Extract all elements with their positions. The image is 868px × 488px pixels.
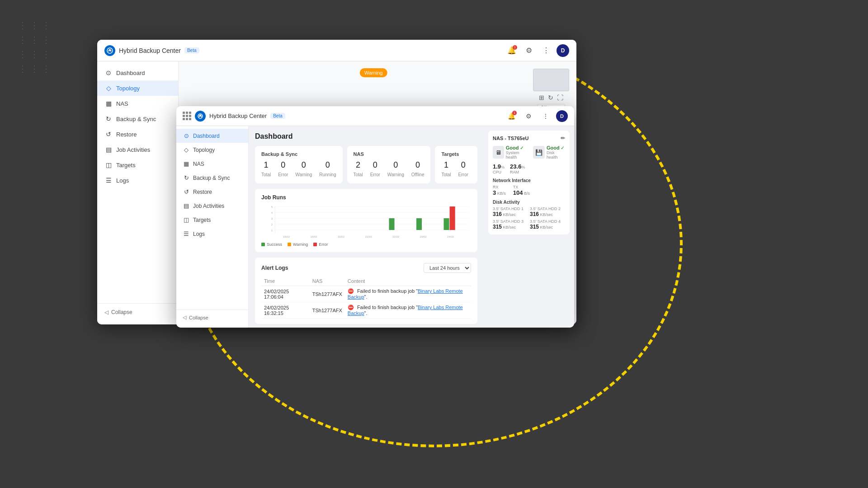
- system-health-sublabel: System health: [506, 150, 528, 160]
- outer-beta-badge: Beta: [184, 47, 199, 53]
- disk-health-check-icon: ✓: [561, 145, 564, 150]
- outer-more-button[interactable]: ⋮: [539, 44, 553, 57]
- error-dot-icon: ⛔: [348, 288, 354, 294]
- time-filter-select[interactable]: Last 24 hours Last 7 days Last 30 days: [424, 263, 471, 273]
- sidebar-item-nas[interactable]: ▦ NAS: [97, 96, 178, 111]
- error-dot-icon2: ⛔: [348, 305, 354, 310]
- inner-sidebar-item-logs[interactable]: ☰ Logs: [176, 227, 248, 241]
- backup-sync-running: 0 Running: [319, 160, 336, 178]
- legend-error: Error: [313, 242, 328, 247]
- sidebar-item-dashboard-label: Dashboard: [116, 70, 145, 76]
- sidebar-item-restore-label: Restore: [116, 131, 137, 138]
- logs-icon: ☰: [104, 177, 113, 184]
- sidebar-item-dashboard[interactable]: ⊙ Dashboard: [97, 65, 178, 80]
- sidebar-item-topology-label: Topology: [116, 85, 140, 92]
- sidebar-item-backup-sync[interactable]: ↻ Backup & Sync: [97, 111, 178, 127]
- topology-icon: ◇: [104, 84, 113, 92]
- backup-sync-warning-label: Warning: [295, 172, 312, 177]
- alert-logs-card: Alert Logs Last 24 hours Last 7 days Las…: [255, 258, 477, 324]
- outer-settings-button[interactable]: ⚙: [522, 44, 536, 57]
- nas-offline-value: 0: [411, 160, 425, 170]
- nas-error-label: Error: [370, 172, 380, 177]
- inner-sidebar-item-job-activities[interactable]: ▤ Job Activities: [176, 199, 248, 213]
- inner-grid-icon[interactable]: [183, 112, 191, 120]
- sidebar-item-restore[interactable]: ↺ Restore: [97, 127, 178, 142]
- table-row: 24/02/2025 17:06:04 TSh1277AFX ⛔ Failed …: [261, 286, 471, 302]
- sidebar-item-logs[interactable]: ☰ Logs: [97, 173, 178, 188]
- bar-chart: 5 4 3 2 1 18/02: [261, 204, 471, 240]
- targets-error-label: Error: [458, 172, 468, 177]
- cpu-metric: 1.9% CPU: [493, 163, 505, 174]
- svg-text:1: 1: [271, 229, 273, 232]
- backup-sync-stats-numbers: 1 Total 0 Error 0 Warning 0: [261, 160, 336, 178]
- outer-user-avatar[interactable]: D: [557, 44, 569, 57]
- inner-more-button[interactable]: ⋮: [539, 109, 552, 123]
- outer-notification-button[interactable]: 🔔 1: [505, 44, 519, 57]
- job-runs-card: Job Runs 5 4 3 2: [255, 189, 477, 252]
- svg-rect-25: [450, 206, 455, 230]
- alert-row2-nas: TSh1277AFX: [310, 302, 345, 319]
- sidebar-item-job-activities[interactable]: ▤ Job Activities: [97, 142, 178, 157]
- inner-backup-sync-icon: ↻: [183, 174, 190, 181]
- targets-stats-title: Targets: [441, 151, 471, 157]
- backup-sync-error: 0 Error: [278, 160, 288, 178]
- inner-sidebar-item-nas[interactable]: ▦ NAS: [176, 157, 248, 171]
- nas-stats-numbers: 2 Total 0 Error 0 Warning 0: [354, 160, 425, 178]
- zoom-fit-icon[interactable]: ⊞: [539, 94, 544, 101]
- inner-user-avatar[interactable]: D: [556, 110, 568, 122]
- disk-item-1: 3.5' SATA HDD 1 316 KB/sec: [493, 206, 528, 217]
- inner-sidebar-item-targets[interactable]: ◫ Targets: [176, 213, 248, 227]
- outer-sidebar-bottom: ◁ Collapse: [97, 303, 178, 321]
- inner-sidebar-item-dashboard[interactable]: ⊙ Dashboard: [176, 129, 248, 143]
- topology-icon-row: ⊞ ↻ ⛶: [539, 94, 563, 101]
- alert-col-content: Content: [345, 277, 471, 286]
- inner-collapse-button[interactable]: ◁ Collapse: [183, 314, 242, 320]
- bar-chart-svg: 5 4 3 2 1 18/02: [261, 204, 471, 240]
- svg-text:23/02: 23/02: [420, 235, 427, 238]
- inner-sidebar-item-backup-sync[interactable]: ↻ Backup & Sync: [176, 171, 248, 185]
- backup-sync-warning: 0 Warning: [295, 160, 312, 178]
- inner-settings-button[interactable]: ⚙: [522, 109, 535, 123]
- targets-total: 1 Total: [441, 160, 451, 178]
- svg-text:22/02: 22/02: [392, 235, 400, 238]
- legend-warning-dot: [288, 243, 291, 246]
- sidebar-item-topology[interactable]: ◇ Topology: [97, 80, 178, 96]
- disk-3-value: 315 KB/sec: [493, 224, 528, 230]
- inner-sidebar-targets-label: Targets: [193, 217, 211, 223]
- inner-sidebar-topology-label: Topology: [193, 147, 215, 153]
- nas-warning-label: Warning: [387, 172, 404, 177]
- svg-text:3: 3: [271, 217, 273, 220]
- inner-job-activities-icon: ▤: [183, 202, 190, 209]
- inner-sidebar-item-restore[interactable]: ↺ Restore: [176, 185, 248, 199]
- nas-error: 0 Error: [370, 160, 380, 178]
- sidebar-item-targets[interactable]: ◫ Targets: [97, 157, 178, 173]
- legend-error-dot: [313, 243, 317, 246]
- network-section-label: Network Interface: [493, 178, 565, 183]
- inner-body: ⊙ Dashboard ◇ Topology ▦ NAS ↻ Backup & …: [176, 126, 574, 328]
- refresh-icon[interactable]: ↻: [548, 94, 553, 101]
- alert-row1-content: ⛔ Failed to finish backup job "Binary La…: [345, 286, 471, 302]
- nas-stats-card: NAS 2 Total 0 Error 0 Warning: [347, 146, 431, 183]
- rx-label: RX: [493, 185, 506, 189]
- system-health-icon: 🖥: [493, 146, 504, 159]
- outer-sidebar: ⊙ Dashboard ◇ Topology ▦ NAS ↻ Backup & …: [97, 61, 179, 324]
- nas-info-card: NAS - TS765eU ✏ 🖥 Good ✓ System health: [488, 131, 570, 235]
- inner-notification-button[interactable]: 🔔 1: [505, 109, 518, 123]
- collapse-arrow-icon: ◁: [104, 309, 108, 315]
- alert-row2-content: ⛔ Failed to finish backup job "Binary La…: [345, 302, 471, 319]
- disk-1-value: 316 KB/sec: [493, 211, 528, 217]
- fullscreen-icon[interactable]: ⛶: [557, 94, 563, 101]
- alert-row1-link[interactable]: Binary Labs Remote Backup: [348, 288, 463, 300]
- inner-sidebar-item-topology[interactable]: ◇ Topology: [176, 143, 248, 157]
- disk-4-name: 3.5' SATA HDD 4: [530, 219, 565, 224]
- alert-row2-link[interactable]: Binary Labs Remote Backup: [348, 305, 463, 316]
- svg-text:19/02: 19/02: [310, 235, 317, 238]
- backup-sync-error-label: Error: [278, 172, 288, 177]
- inner-sidebar-job-activities-label: Job Activities: [193, 203, 224, 209]
- nas-edit-icon[interactable]: ✏: [561, 135, 565, 141]
- inner-app-title: Hybrid Backup Center: [209, 113, 267, 119]
- outer-collapse-button[interactable]: ◁ Collapse: [104, 309, 171, 315]
- inner-header: Hybrid Backup Center Beta 🔔 1 ⚙ ⋮ D: [176, 106, 574, 126]
- warning-badge: Warning: [360, 68, 387, 77]
- tx-unit: B/s: [523, 191, 530, 196]
